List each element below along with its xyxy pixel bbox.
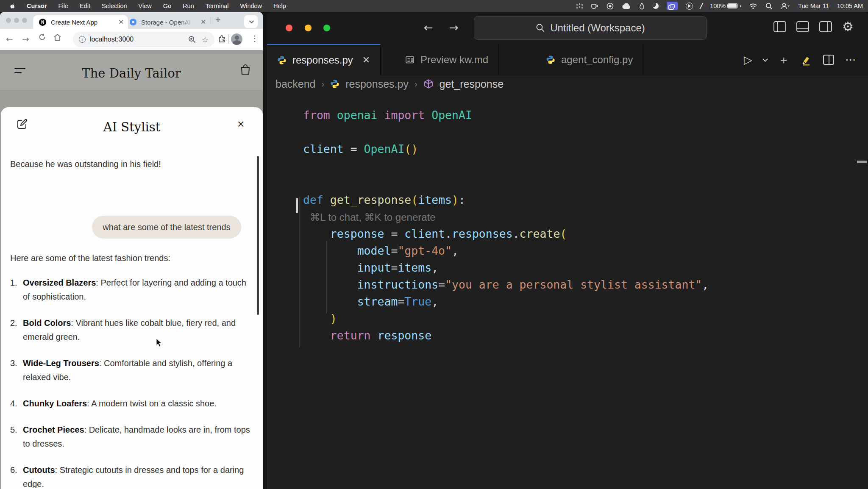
wifi-icon[interactable] [749, 3, 757, 9]
trend-item: 4.Chunky Loafers: A modern twist on a cl… [10, 397, 250, 411]
menu-items: Cursor File Edit Selection View Go Run T… [0, 3, 286, 10]
macos-menu-bar: Cursor File Edit Selection View Go Run T… [0, 0, 868, 12]
indent-guide [326, 241, 327, 314]
browser-tab-storage-openai[interactable]: Storage - OpenAI A ✕ [130, 15, 206, 29]
site-info-icon[interactable]: i [79, 36, 86, 43]
reload-button[interactable] [38, 33, 46, 41]
tab-close-icon[interactable]: ✕ [200, 18, 206, 26]
apple-icon[interactable] [8, 3, 15, 10]
tab-search-button[interactable] [244, 15, 258, 28]
code-line: stream=True, [303, 293, 438, 310]
droplet-icon[interactable] [639, 3, 645, 10]
breadcrumb: backend › responses.py › get_response [275, 75, 504, 92]
new-tab-button[interactable]: + [215, 14, 221, 25]
method-symbol-icon [423, 79, 434, 89]
code-line: input=items, [303, 259, 438, 276]
menu-item-window[interactable]: Window [240, 3, 262, 9]
browser-tab-create-next-app[interactable]: N Create Next App ✕ [33, 15, 128, 29]
screen: Cursor File Edit Selection View Go Run T… [0, 0, 868, 489]
text-caret [296, 198, 298, 213]
panel-scrollbar[interactable] [257, 156, 259, 315]
browser-menu-icon[interactable]: ⋮ [251, 34, 259, 43]
user-switch-icon[interactable] [781, 3, 790, 10]
window-maximize-button[interactable] [323, 25, 330, 31]
profile-avatar[interactable] [231, 33, 242, 45]
new-file-plus-icon[interactable]: ＋ [778, 53, 789, 67]
editor-tab-agent-config-py[interactable]: agent_config.py [536, 44, 643, 75]
breadcrumb-file[interactable]: responses.py [345, 78, 409, 90]
close-panel-icon[interactable]: × [237, 118, 244, 130]
do-not-disturb-moon-icon[interactable] [653, 3, 659, 9]
spotlight-search-icon[interactable] [765, 3, 773, 10]
editor-tab-preview-kw-md[interactable]: Preview kw.md [395, 44, 499, 75]
tab-close-icon[interactable]: ✕ [362, 55, 370, 66]
toggle-secondary-sidebar-icon[interactable] [819, 21, 832, 32]
toggle-primary-sidebar-icon[interactable] [773, 21, 786, 32]
browser-window: N Create Next App ✕ Storage - OpenAI A ✕… [0, 12, 263, 489]
more-actions-icon[interactable]: ⋯ [845, 53, 856, 66]
zoom-page-icon[interactable] [188, 36, 196, 43]
split-editor-icon[interactable] [823, 55, 834, 65]
menu-bar-time[interactable]: 10:05 AM [837, 3, 863, 9]
menu-item-cursor[interactable]: Cursor [27, 3, 47, 9]
breadcrumb-folder[interactable]: backend [275, 78, 316, 90]
tab-label: Storage - OpenAI A [141, 19, 193, 26]
browser-zoom-button[interactable] [22, 18, 27, 23]
code-line: client = OpenAI() [303, 141, 418, 158]
history-back-button[interactable]: ← [424, 21, 433, 34]
assistant-message: Because he was outstanding in his field! [10, 157, 161, 171]
search-icon [536, 23, 545, 33]
scrollbar-marker [857, 161, 867, 163]
record-lock-icon[interactable] [606, 3, 614, 10]
settings-gear-icon[interactable]: ⚙ [842, 20, 854, 33]
extensions-icon[interactable] [218, 34, 226, 43]
menu-item-help[interactable]: Help [273, 3, 286, 9]
screen-mirroring-icon[interactable] [667, 2, 678, 10]
coffee-cup-icon[interactable] [591, 3, 598, 9]
menu-item-go[interactable]: Go [163, 3, 171, 9]
openai-favicon [130, 19, 136, 25]
breadcrumb-symbol[interactable]: get_response [440, 78, 504, 90]
menu-item-selection[interactable]: Selection [102, 3, 127, 9]
toggle-panel-icon[interactable] [796, 21, 809, 32]
markdown-preview-icon [405, 55, 415, 64]
browser-minimize-button[interactable] [14, 18, 19, 23]
menu-item-terminal[interactable]: Terminal [206, 3, 229, 9]
menu-item-view[interactable]: View [139, 3, 152, 9]
shopping-bag-icon[interactable] [240, 64, 251, 75]
cursor-editor-window: ← → Untitled (Workspace) ⚙ responses.py [267, 12, 868, 489]
address-bar[interactable]: i localhost:3000 ☆ [73, 32, 214, 47]
highlighter-icon[interactable] [800, 54, 812, 66]
battery-status[interactable]: 100% [710, 3, 741, 9]
workspace-search-bar[interactable]: Untitled (Workspace) [474, 16, 707, 40]
menu-item-file[interactable]: File [58, 3, 68, 9]
play-circle-icon[interactable] [686, 3, 693, 10]
bookmark-star-icon[interactable]: ☆ [202, 35, 209, 44]
code-line: ) [303, 310, 337, 327]
home-button[interactable] [53, 33, 61, 41]
forward-button[interactable]: → [22, 34, 29, 44]
battery-icon [727, 3, 738, 8]
tab-close-icon[interactable]: ✕ [118, 18, 124, 26]
window-close-button[interactable] [286, 25, 292, 31]
chevron-down-icon [249, 19, 254, 23]
trend-item: 3.Wide-Leg Trousers: Comfortable and sty… [10, 356, 250, 384]
editor-tab-responses-py[interactable]: responses.py ✕ [267, 44, 381, 75]
site-header: The Daily Tailor [0, 54, 263, 90]
history-forward-button[interactable]: → [449, 21, 459, 34]
editor-tab-bar: responses.py ✕ Preview kw.md agent_confi… [267, 44, 868, 75]
trend-item: 2.Bold Colors: Vibrant hues like cobalt … [10, 316, 250, 344]
python-icon [277, 56, 287, 65]
back-button[interactable]: ← [6, 34, 13, 44]
site-title: The Daily Tailor [0, 66, 263, 81]
run-options-chevron-icon[interactable] [762, 56, 768, 62]
cloud-icon[interactable] [622, 3, 631, 9]
browser-close-button[interactable] [6, 18, 11, 23]
run-python-file-icon[interactable]: ▷ [744, 53, 752, 66]
pen-slash-icon[interactable] [699, 3, 703, 9]
menu-item-edit[interactable]: Edit [80, 3, 90, 9]
menu-bar-date[interactable]: Tue Mar 11 [798, 3, 829, 9]
app-grid-icon[interactable] [576, 3, 583, 9]
menu-item-run[interactable]: Run [183, 3, 194, 9]
window-minimize-button[interactable] [305, 25, 312, 31]
